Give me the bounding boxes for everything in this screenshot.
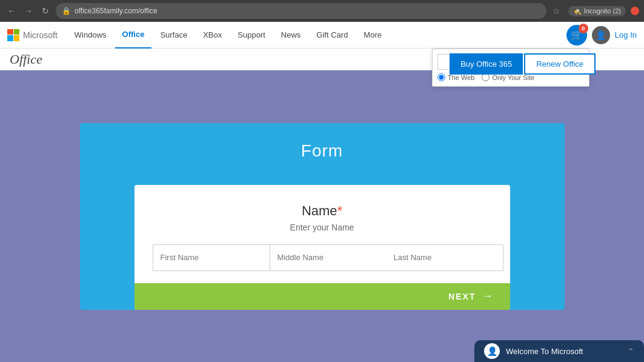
- ms-logo-text: Microsoft: [23, 30, 58, 40]
- welcome-avatar: 👤: [484, 343, 500, 359]
- browser-chrome: ← → ↻ 🔒 ☆ 🕵 Incognito (2): [0, 0, 644, 22]
- logo-red: [7, 29, 13, 35]
- form-title: Form: [301, 141, 343, 161]
- welcome-bar[interactable]: 👤 Welcome To Microsoft ⌃: [474, 340, 644, 362]
- incognito-label: Incognito (2): [584, 7, 621, 15]
- header-actions: Bing Search The Web Only Your Site 🛒 0 👤…: [566, 25, 637, 45]
- nav-xbox[interactable]: XBox: [196, 22, 229, 49]
- cart-button[interactable]: 🛒 0: [566, 25, 587, 45]
- nav-office[interactable]: Office: [115, 22, 152, 49]
- next-arrow-icon: [482, 292, 498, 301]
- office-logo-text: Office: [10, 52, 42, 67]
- reload-button[interactable]: ↻: [39, 4, 52, 18]
- close-button[interactable]: [631, 7, 639, 15]
- nav-more[interactable]: More: [356, 22, 389, 49]
- ms-logo-grid: [7, 29, 19, 41]
- radio-site-text: Only Your Site: [492, 74, 534, 81]
- nav-giftcard[interactable]: Gift Card: [309, 22, 355, 49]
- form-footer: NEXT: [134, 283, 510, 310]
- nav-windows[interactable]: Windows: [67, 22, 114, 49]
- nav-support[interactable]: Support: [230, 22, 273, 49]
- url-input[interactable]: [75, 7, 540, 15]
- last-name-input[interactable]: [387, 244, 503, 271]
- required-star: *: [337, 203, 343, 218]
- incognito-badge: 🕵 Incognito (2): [568, 6, 626, 16]
- form-card: Name* Enter your Name NEXT: [134, 185, 510, 310]
- logo-blue: [7, 35, 13, 41]
- cart-badge: 0: [579, 24, 588, 33]
- buy-button[interactable]: Buy Office 365: [450, 53, 523, 75]
- name-fields: [153, 244, 492, 271]
- welcome-text: Welcome To Microsoft: [506, 347, 583, 356]
- field-title: Name*: [153, 203, 492, 219]
- field-subtitle: Enter your Name: [153, 223, 492, 232]
- incognito-icon: 🕵: [573, 7, 582, 15]
- ms-nav: Windows Office Surface XBox Support News…: [67, 22, 566, 49]
- login-button[interactable]: Log In: [615, 30, 637, 39]
- forward-button[interactable]: →: [22, 4, 35, 18]
- back-button[interactable]: ←: [5, 4, 18, 18]
- ms-header: Microsoft Windows Office Surface XBox Su…: [0, 22, 644, 49]
- welcome-chevron-icon: ⌃: [628, 347, 634, 356]
- renew-button[interactable]: Renew Office: [524, 53, 596, 75]
- radio-web-text: The Web: [448, 74, 474, 81]
- nav-surface[interactable]: Surface: [153, 22, 194, 49]
- ms-logo: Microsoft: [7, 29, 58, 41]
- buy-renew-bar: Buy Office 365 Renew Office: [450, 53, 596, 75]
- star-button[interactable]: ☆: [550, 4, 563, 18]
- form-outer: Form Name* Enter your Name NEXT: [80, 123, 565, 310]
- user-avatar[interactable]: 👤: [592, 26, 610, 44]
- middle-name-input[interactable]: [270, 244, 387, 271]
- welcome-avatar-icon: 👤: [487, 346, 497, 356]
- next-button[interactable]: NEXT: [448, 292, 497, 301]
- first-name-input[interactable]: [153, 244, 270, 271]
- field-title-text: Name: [302, 203, 337, 218]
- main-content: Form Name* Enter your Name NEXT 👤: [0, 70, 644, 362]
- logo-green: [14, 29, 20, 35]
- lock-icon: 🔒: [62, 7, 71, 15]
- browser-actions: ☆ 🕵 Incognito (2): [550, 4, 639, 18]
- logo-yellow: [14, 35, 20, 41]
- address-bar: 🔒: [56, 3, 546, 19]
- radio-web-input[interactable]: [437, 73, 445, 81]
- nav-news[interactable]: News: [274, 22, 308, 49]
- next-label: NEXT: [448, 292, 476, 301]
